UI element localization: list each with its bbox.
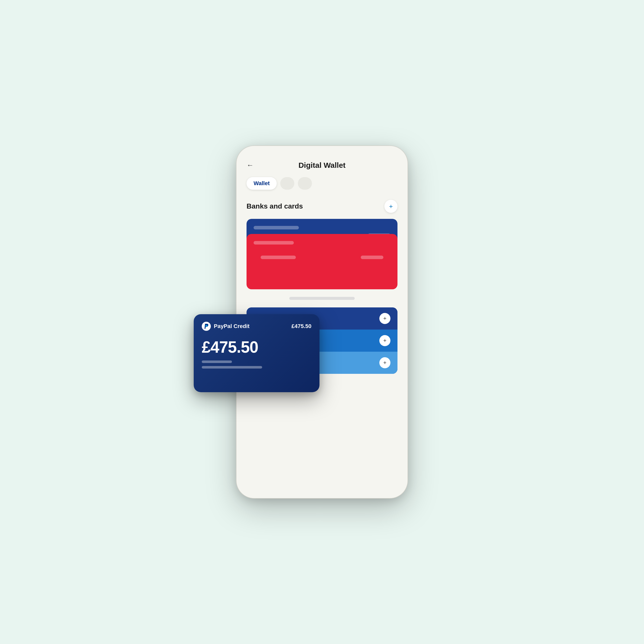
tabs-row: Wallet (247, 177, 397, 190)
scene: ← Digital Wallet Wallet Banks and cards … (209, 96, 435, 548)
paypal-amount-large: £475.50 (202, 338, 311, 356)
method-add-button-2[interactable]: + (379, 335, 390, 346)
paypal-logo-icon (202, 322, 211, 331)
card-line-1 (254, 226, 299, 229)
add-bank-card-button[interactable]: + (384, 200, 397, 213)
cards-stack (247, 219, 397, 289)
red-card-line-2 (261, 256, 296, 259)
tab-2[interactable] (280, 177, 294, 190)
red-card-row (247, 249, 397, 262)
card-red[interactable] (247, 234, 397, 289)
separator (289, 297, 355, 300)
page-title: Digital Wallet (298, 161, 345, 170)
banks-cards-section-header: Banks and cards + (247, 200, 397, 213)
paypal-balance-header: £475.50 (291, 323, 311, 330)
tab-wallet[interactable]: Wallet (247, 177, 277, 190)
paypal-card-header: PayPal Credit £475.50 (202, 322, 311, 331)
screen-header: ← Digital Wallet (247, 161, 397, 170)
paypal-card-name: PayPal Credit (214, 323, 250, 330)
paypal-logo-row: PayPal Credit (202, 322, 250, 331)
banks-cards-title: Banks and cards (247, 202, 303, 210)
tab-3[interactable] (298, 177, 312, 190)
paypal-credit-card[interactable]: PayPal Credit £475.50 £475.50 (194, 314, 319, 392)
paypal-card-detail-line-2 (202, 366, 262, 369)
method-add-button-3[interactable]: + (379, 357, 390, 368)
red-card-line-1 (254, 241, 294, 245)
red-card-line-3 (361, 256, 383, 259)
paypal-card-detail-line-1 (202, 360, 232, 363)
method-add-button-1[interactable]: + (379, 313, 390, 324)
back-button[interactable]: ← (247, 161, 254, 169)
